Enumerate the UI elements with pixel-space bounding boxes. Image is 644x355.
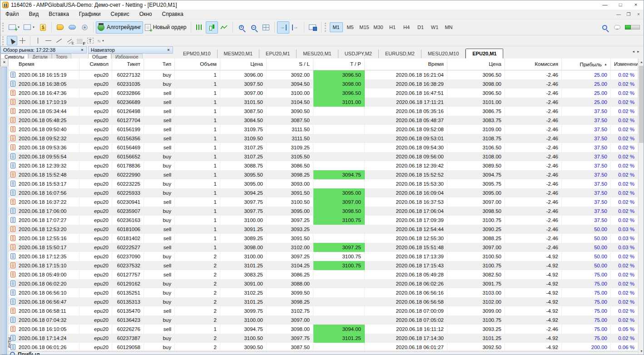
new-order-button[interactable]: Новый ордер xyxy=(143,21,188,34)
timeframe-button-H4[interactable]: H4 xyxy=(400,22,413,32)
vertical-line-tool-button[interactable] xyxy=(33,36,43,45)
history-row[interactable]: 2020.06.18 17:12:35epu2060237090buy23100… xyxy=(9,252,638,261)
algo-trading-button[interactable]: Алготрейдинг xyxy=(96,21,143,34)
menu-item-Вид[interactable]: Вид xyxy=(24,10,44,19)
close-icon[interactable]: × xyxy=(79,48,85,52)
history-row[interactable]: 2020.06.18 07:04:32epu2060136423buy23100… xyxy=(9,316,638,325)
zoom-out-button[interactable]: − xyxy=(248,21,260,34)
history-row[interactable]: 2020.06.18 09:53:36epu2060156469sell1310… xyxy=(9,143,638,152)
crosshair-tool-button[interactable] xyxy=(17,36,28,45)
history-row[interactable]: 2020.06.18 15:52:48epu2060222990sell1309… xyxy=(9,170,638,179)
subtab-Общие[interactable]: Общие xyxy=(88,54,111,59)
timeframe-button-M15[interactable]: M15 xyxy=(358,22,371,32)
column-header-6[interactable]: S / L xyxy=(267,59,313,70)
horizontal-line-tool-button[interactable] xyxy=(43,36,54,45)
history-row[interactable]: 2020.06.18 17:10:19epu2060236689sell1310… xyxy=(9,98,638,107)
history-row[interactable]: 2020.06.18 17:07:27epu2060236163buy13100… xyxy=(9,216,638,225)
column-header-5[interactable]: Цена xyxy=(220,59,267,70)
subtab-Торго[interactable]: Торго xyxy=(52,54,71,59)
toolbox-close-button[interactable]: × xyxy=(0,59,8,66)
history-row[interactable]: 2020.06.18 05:34:44epu2060126498sell1308… xyxy=(9,107,638,116)
history-row[interactable]: 2020.06.18 05:48:25epu2060127704sell1308… xyxy=(9,116,638,125)
toolbar-grip[interactable] xyxy=(2,23,5,32)
templates-button[interactable] xyxy=(307,21,319,34)
market-button[interactable] xyxy=(54,21,66,34)
history-row[interactable]: 2020.06.18 17:15:10epu2060237532sell2310… xyxy=(9,261,638,270)
history-row[interactable]: 2020.06.18 05:49:00epu2060127757sell2308… xyxy=(9,270,638,279)
menu-item-Окно[interactable]: Окно xyxy=(134,10,157,19)
history-row[interactable]: 2020.06.18 17:14:24epu2060237387buy23100… xyxy=(9,334,638,343)
column-header-8[interactable]: Время xyxy=(365,59,447,70)
chart-tab-MESU20,M1[interactable]: MESU20,M1 xyxy=(297,49,338,58)
scroll-up-icon[interactable]: ▲ xyxy=(639,59,644,65)
menu-item-Сервис[interactable]: Сервис xyxy=(106,10,134,19)
timeframe-button-M30[interactable]: M30 xyxy=(372,22,385,32)
timeframe-button-D1[interactable]: D1 xyxy=(414,22,427,32)
signals-button[interactable] xyxy=(79,21,91,34)
channel-tool-button[interactable]: E xyxy=(64,36,74,45)
history-row[interactable]: 2020.06.18 15:50:17epu2060222527sell1309… xyxy=(9,243,638,252)
fibonacci-tool-button[interactable]: F xyxy=(74,36,85,45)
tab-scroll-left-icon[interactable]: ◄ xyxy=(632,50,637,53)
column-header-1[interactable]: Символ xyxy=(79,59,112,70)
timeframe-button-M1[interactable]: M1 xyxy=(330,22,343,32)
history-row[interactable]: 2020.06.18 09:55:54epu2060156652buy13107… xyxy=(9,152,638,161)
chart-tab-EPU20,M1[interactable]: EPU20,M1 xyxy=(466,49,503,59)
menu-item-Вставка[interactable]: Вставка xyxy=(44,10,74,19)
text-tool-button[interactable]: T xyxy=(85,36,95,45)
chart-shift-button[interactable] xyxy=(289,21,302,34)
history-row[interactable]: 2020.06.18 16:15:19epu2060227132buy13096… xyxy=(9,70,638,79)
history-row[interactable]: 2020.06.18 15:53:17epu2060223225buy13095… xyxy=(9,179,638,188)
history-row[interactable]: 2020.06.18 16:37:22epu2060230941sell1309… xyxy=(9,197,638,207)
chart-tab-MESM20,M1[interactable]: MESM20,M1 xyxy=(218,49,260,58)
close-button[interactable]: × xyxy=(628,0,644,10)
history-row[interactable]: 2020.06.18 16:07:56epu2060225933buy13094… xyxy=(9,188,638,197)
subtab-Детали[interactable]: Детали xyxy=(28,54,51,59)
scrollbar-thumb[interactable] xyxy=(639,66,644,143)
close-icon[interactable]: × xyxy=(166,48,171,52)
vertical-scrollbar[interactable]: ▲ ▼ xyxy=(638,59,644,355)
toolbar-grip[interactable] xyxy=(325,23,327,32)
history-row[interactable]: 2020.06.18 06:56:47epu2060135313buy23101… xyxy=(9,297,638,306)
column-header-10[interactable]: Комиссия xyxy=(505,59,562,70)
zoom-in-button[interactable]: + xyxy=(235,21,248,34)
column-header-11[interactable]: Прибыль▲ xyxy=(562,59,611,70)
subtab-Символы[interactable]: Символы xyxy=(0,54,28,59)
vps-button[interactable] xyxy=(66,21,79,34)
timeframe-button-W1[interactable]: W1 xyxy=(428,22,441,32)
history-row[interactable]: 2020.06.18 17:06:00epu2060235907buy13097… xyxy=(9,207,638,216)
minimize-button[interactable]: — xyxy=(597,0,613,10)
menu-item-Графики[interactable]: Графики xyxy=(74,10,106,19)
history-row[interactable]: 2020.06.18 16:10:05epu2060226276sell1309… xyxy=(9,325,638,334)
tile-windows-button[interactable] xyxy=(260,21,272,34)
history-row[interactable]: 2020.06.18 09:52:32epu2060156356sell1310… xyxy=(9,134,638,143)
column-header-4[interactable]: Объем xyxy=(175,59,220,70)
history-row[interactable]: 2020.06.18 06:58:11epu2060135470sell2309… xyxy=(9,306,638,316)
child-close-button[interactable]: × xyxy=(634,12,644,17)
chat-button[interactable] xyxy=(611,21,623,34)
bar-chart-button[interactable] xyxy=(193,21,206,34)
chart-tab-MESU20,M10[interactable]: MESU20,M10 xyxy=(421,49,466,58)
column-header-12[interactable]: Изменение xyxy=(611,59,638,70)
menu-item-Справка[interactable]: Справка xyxy=(157,10,188,19)
open-account-button[interactable] xyxy=(37,21,49,34)
column-header-2[interactable]: Тикет xyxy=(112,59,144,70)
history-row[interactable]: 2020.06.18 16:47:36epu2060232866sell1309… xyxy=(9,89,638,98)
history-row[interactable]: 2020.06.18 06:56:10epu2060135251buy23102… xyxy=(9,288,638,297)
line-chart-button[interactable] xyxy=(218,21,230,34)
history-row[interactable]: 2020.06.18 16:38:05epu2060231035buy13097… xyxy=(9,79,638,89)
history-row[interactable]: 2020.06.18 12:55:16epu2060181402sell1308… xyxy=(9,234,638,243)
history-row[interactable]: 2020.06.18 06:01:26epu2060129058buy23090… xyxy=(9,343,638,351)
cursor-tool-button[interactable] xyxy=(7,36,17,45)
timeframe-button-M5[interactable]: M5 xyxy=(344,22,357,32)
toolbox-vertical-bar[interactable] xyxy=(1,67,7,355)
arrows-tool-button[interactable]: ↑↓▼ xyxy=(95,36,106,45)
toolbar-grip[interactable] xyxy=(2,36,5,45)
candlestick-chart-button[interactable] xyxy=(206,21,218,34)
tab-scroll-arrows[interactable]: ◄► xyxy=(632,50,642,53)
history-row[interactable]: 2020.06.18 12:53:20epu2060181006sell1309… xyxy=(9,225,638,234)
history-row[interactable]: 2020.06.18 06:02:20epu2060129162buy23091… xyxy=(9,279,638,288)
maximize-button[interactable]: □ xyxy=(613,0,628,10)
scroll-down-icon[interactable]: ▼ xyxy=(639,348,644,355)
chart-tab-EPM20,M10[interactable]: EPM20,M10 xyxy=(177,49,218,58)
